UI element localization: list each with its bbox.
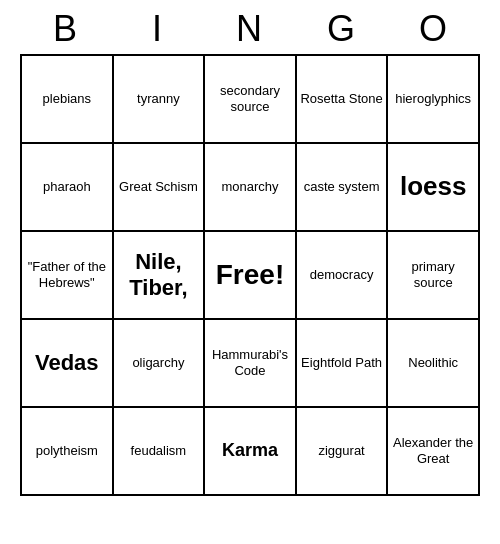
title-i: I <box>114 8 202 50</box>
cell-1-2: monarchy <box>205 144 297 232</box>
cell-4-2: Karma <box>205 408 297 496</box>
cell-4-3: ziggurat <box>297 408 389 496</box>
cell-4-4: Alexander the Great <box>388 408 480 496</box>
cell-1-1: Great Schism <box>114 144 206 232</box>
cell-2-2-free: Free! <box>205 232 297 320</box>
cell-0-2: secondary source <box>205 56 297 144</box>
bingo-grid: plebians tyranny secondary source Rosett… <box>20 54 480 496</box>
bingo-title: B I N G O <box>20 0 480 54</box>
cell-4-0: polytheism <box>22 408 114 496</box>
cell-2-0: "Father of the Hebrews" <box>22 232 114 320</box>
title-g: G <box>298 8 386 50</box>
cell-2-1: Nile, Tiber, <box>114 232 206 320</box>
cell-2-3: democracy <box>297 232 389 320</box>
cell-0-0: plebians <box>22 56 114 144</box>
cell-0-1: tyranny <box>114 56 206 144</box>
cell-1-0: pharaoh <box>22 144 114 232</box>
cell-2-4: primary source <box>388 232 480 320</box>
cell-1-4: loess <box>388 144 480 232</box>
cell-3-1: oligarchy <box>114 320 206 408</box>
cell-3-2: Hammurabi's Code <box>205 320 297 408</box>
cell-0-3: Rosetta Stone <box>297 56 389 144</box>
title-b: B <box>22 8 110 50</box>
cell-3-0: Vedas <box>22 320 114 408</box>
cell-3-3: Eightfold Path <box>297 320 389 408</box>
cell-3-4: Neolithic <box>388 320 480 408</box>
cell-4-1: feudalism <box>114 408 206 496</box>
cell-0-4: hieroglyphics <box>388 56 480 144</box>
cell-1-3: caste system <box>297 144 389 232</box>
title-o: O <box>390 8 478 50</box>
title-n: N <box>206 8 294 50</box>
